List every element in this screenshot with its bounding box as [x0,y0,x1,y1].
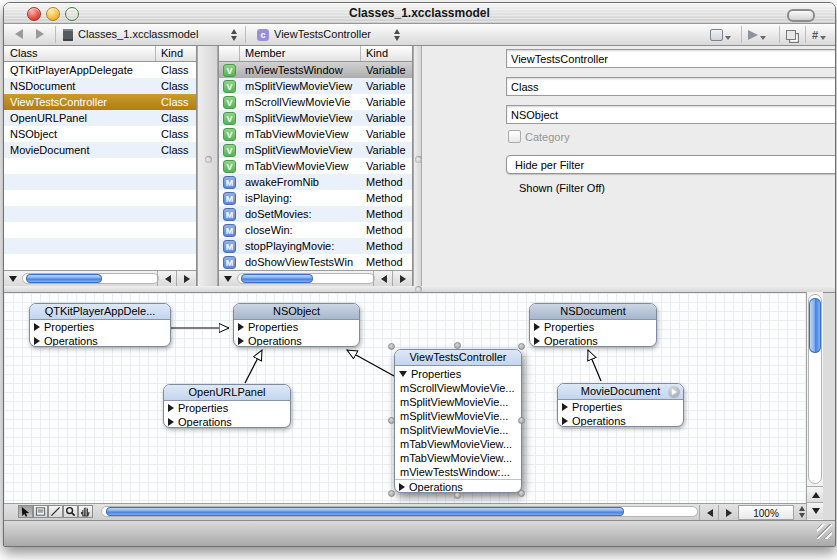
node-title[interactable]: ViewTestsController [395,350,521,366]
node-member-row[interactable]: mSplitViewMovieVie... [395,409,521,423]
selection-handle[interactable] [454,342,461,349]
table-row[interactable]: V mTabViewMovieViewVariable [219,158,412,174]
table-row[interactable]: V mScrollViewMovieVieVariable [219,94,412,110]
v-scroll-track[interactable] [808,294,822,484]
annotation-button[interactable] [748,27,766,42]
table-row[interactable]: NSDocumentClass [4,78,196,94]
table-row[interactable]: V mSplitViewMovieViewVariable [219,110,412,126]
embellishment-button[interactable] [710,27,731,42]
diagram-node-moviedocument[interactable]: MovieDocument Properties Operations [557,383,684,427]
column-header-member[interactable]: Member [245,46,285,61]
node-member-row[interactable]: mSplitViewMovieVie... [395,423,521,437]
diagram-node-openurlpanel[interactable]: OpenURLPanel Properties Operations [163,384,291,428]
node-title[interactable]: OpenURLPanel [164,385,290,401]
class-field[interactable] [506,49,836,68]
select-tool-button[interactable] [18,505,33,518]
node-properties-row[interactable]: Properties [395,366,521,381]
back-icon[interactable] [15,29,23,39]
node-operations-row[interactable]: Operations [164,415,290,428]
node-member-row[interactable]: mViewTestsWindow:... [395,465,521,479]
file-popup[interactable]: Classes_1.xcclassmodel [78,28,198,40]
disclosure-triangle-icon[interactable] [562,403,568,411]
disclosure-triangle-icon[interactable] [9,276,17,282]
table-row[interactable]: M doSetMovies:Method [219,206,412,222]
symbol-popup[interactable]: ViewTestsController [274,28,371,40]
table-row[interactable]: V mTabViewMovieViewVariable [219,126,412,142]
diagram-h-scroll-thumb[interactable] [106,507,624,516]
node-title[interactable]: NSDocument [530,304,656,320]
node-properties-row[interactable]: Properties [558,400,683,414]
node-title[interactable]: NSObject [234,304,359,320]
node-operations-row[interactable]: Operations [558,414,683,427]
node-member-row[interactable]: mTabViewMovieView... [395,451,521,465]
node-operations-row[interactable]: Operations [30,334,170,347]
disclosure-triangle-icon[interactable] [534,323,540,331]
h-scroll-thumb[interactable] [26,274,102,283]
note-tool-button[interactable] [33,505,48,518]
table-row-selected[interactable]: ViewTestsControllerClass [4,94,196,110]
node-member-row[interactable]: mTabViewMovieView... [395,437,521,451]
category-checkbox[interactable] [508,130,521,143]
zoom-stepper-icon[interactable] [798,506,805,518]
scroll-down-button[interactable] [807,502,824,519]
scroll-left-button[interactable] [373,271,393,286]
line-tool-button[interactable] [48,505,63,518]
disclosure-triangle-icon[interactable] [168,418,174,426]
disclosure-triangle-icon[interactable] [238,337,244,345]
scroll-right-button[interactable] [718,505,738,520]
disclosure-triangle-icon[interactable] [238,323,244,331]
selection-handle[interactable] [518,490,525,497]
disclosure-triangle-icon[interactable] [224,276,232,282]
disclosure-triangle-icon[interactable] [399,483,405,491]
node-operations-row[interactable]: Operations [530,334,656,347]
selection-handle[interactable] [388,343,395,350]
selection-handle[interactable] [518,417,525,424]
duplicate-button[interactable] [786,27,796,42]
forward-icon[interactable] [36,29,44,39]
table-row[interactable]: M stopPlayingMovie:Method [219,238,412,254]
disclosure-triangle-icon[interactable] [399,371,407,377]
disclosure-triangle-icon[interactable] [562,417,568,425]
node-member-row[interactable]: mScrollViewMovieVie... [395,381,521,395]
vertical-splitter[interactable] [197,46,218,286]
node-title[interactable]: QTKitPlayerAppDele... [30,304,170,320]
column-header-kind[interactable]: Kind [161,46,183,61]
scroll-up-button[interactable] [807,486,824,503]
v-scroll-thumb[interactable] [809,298,821,353]
hash-button[interactable]: # [812,27,826,42]
disclosure-triangle-icon[interactable] [168,404,174,412]
node-properties-row[interactable]: Properties [530,320,656,334]
h-scroll-thumb[interactable] [241,274,313,283]
diagram-node-viewtestscontroller[interactable]: ViewTestsController Properties mScrollVi… [394,349,522,493]
scroll-left-button[interactable] [157,271,177,286]
table-row[interactable]: V mSplitViewMovieViewVariable [219,78,412,94]
h-scroll-track[interactable] [237,273,375,284]
table-row[interactable]: OpenURLPanelClass [4,110,196,126]
kind-field[interactable] [506,77,836,96]
table-row[interactable]: M closeWin:Method [219,222,412,238]
diagram-node-qtkitplayerappdelegate[interactable]: QTKitPlayerAppDele... Properties Operati… [29,303,171,347]
table-row[interactable]: V mSplitViewMovieViewVariable [219,142,412,158]
splitter-dimple[interactable] [205,156,212,163]
superclass-field[interactable] [506,105,836,124]
selection-handle[interactable] [518,343,525,350]
selection-handle[interactable] [454,492,461,499]
toolbar-toggle-button[interactable] [787,9,815,22]
hand-tool-button[interactable] [78,505,93,518]
table-row[interactable]: M awakeFromNibMethod [219,174,412,190]
disclosure-triangle-icon[interactable] [34,323,40,331]
title-bar[interactable]: Classes_1.xcclassmodel [4,3,835,24]
disclosure-triangle-icon[interactable] [34,337,40,345]
node-member-row[interactable]: mSplitViewMovieVie... [395,395,521,409]
popup-stepper-icon[interactable] [393,29,400,41]
popup-stepper-icon[interactable] [230,29,237,41]
h-scroll-track[interactable] [22,273,159,284]
disclosure-triangle-icon[interactable] [534,337,540,345]
selection-handle[interactable] [388,417,395,424]
diagram-node-nsobject[interactable]: NSObject Properties Operations [233,303,360,347]
resize-grip[interactable] [817,524,832,539]
filter-popup[interactable]: Hide per Filter [506,155,836,174]
jump-badge-icon[interactable] [668,386,680,398]
table-row[interactable]: NSObjectClass [4,126,196,142]
scroll-right-button[interactable] [176,271,196,286]
